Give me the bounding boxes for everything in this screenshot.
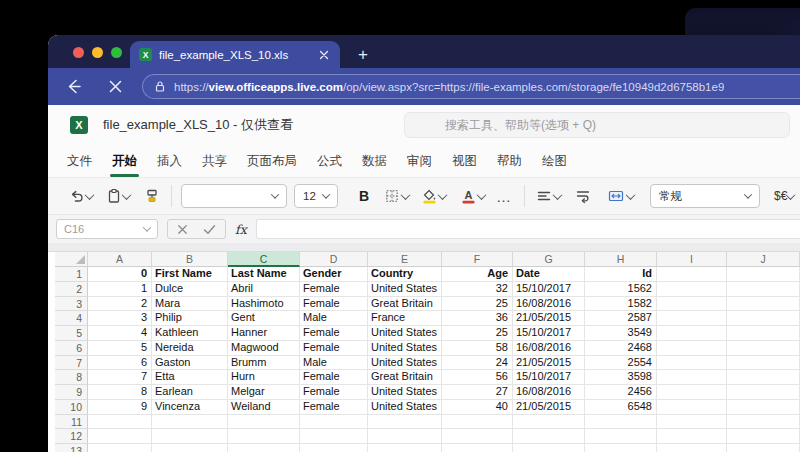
select-all-button[interactable] xyxy=(55,252,88,267)
lock-icon[interactable] xyxy=(154,80,166,93)
cell-I7[interactable] xyxy=(657,356,727,371)
cell-B13[interactable] xyxy=(152,444,228,452)
row-header-4[interactable]: 4 xyxy=(55,311,88,326)
row-header-9[interactable]: 9 xyxy=(55,385,88,400)
cell-I3[interactable] xyxy=(657,297,727,312)
cell-J3[interactable] xyxy=(727,297,800,312)
cell-B3[interactable]: Mara xyxy=(152,297,228,312)
zoom-window-button[interactable] xyxy=(111,47,122,58)
currency-format-button[interactable]: $€ xyxy=(774,184,787,208)
cell-B2[interactable]: Dulce xyxy=(152,282,228,297)
cell-A9[interactable]: 8 xyxy=(88,385,152,400)
cell-F2[interactable]: 32 xyxy=(442,282,513,297)
name-box[interactable]: C16 xyxy=(56,219,158,239)
cell-A4[interactable]: 3 xyxy=(88,311,152,326)
cell-E11[interactable] xyxy=(368,415,442,430)
cell-G9[interactable]: 16/08/2016 xyxy=(513,385,585,400)
column-header-G[interactable]: G xyxy=(513,252,585,267)
cell-F8[interactable]: 56 xyxy=(442,370,513,385)
cell-J12[interactable] xyxy=(727,429,800,444)
cell-J7[interactable] xyxy=(727,356,800,371)
cell-B12[interactable] xyxy=(152,429,228,444)
cell-E10[interactable]: United States xyxy=(368,400,442,415)
cell-C4[interactable]: Gent xyxy=(228,311,300,326)
row-header-1[interactable]: 1 xyxy=(55,267,88,282)
cell-A5[interactable]: 4 xyxy=(88,326,152,341)
ribbon-tab-page-layout[interactable]: 页面布局 xyxy=(247,145,297,177)
cell-J4[interactable] xyxy=(727,311,800,326)
cell-B1[interactable]: First Name xyxy=(152,267,228,282)
cell-F12[interactable] xyxy=(442,429,513,444)
cell-B5[interactable]: Kathleen xyxy=(152,326,228,341)
row-header-11[interactable]: 11 xyxy=(55,415,88,430)
wrap-text-icon[interactable] xyxy=(573,184,593,208)
cell-A1[interactable]: 0 xyxy=(88,267,152,282)
cell-J6[interactable] xyxy=(727,341,800,356)
row-header-8[interactable]: 8 xyxy=(55,370,88,385)
cell-J8[interactable] xyxy=(727,370,800,385)
cell-D11[interactable] xyxy=(300,415,368,430)
cell-H11[interactable] xyxy=(585,415,657,430)
paste-dropdown-icon[interactable] xyxy=(122,190,132,200)
number-format-select[interactable]: 常规 xyxy=(650,184,760,208)
cell-F9[interactable]: 27 xyxy=(442,385,513,400)
cell-H10[interactable]: 6548 xyxy=(585,400,657,415)
cell-D7[interactable]: Male xyxy=(300,356,368,371)
cell-B11[interactable] xyxy=(152,415,228,430)
cell-C12[interactable] xyxy=(228,429,300,444)
cell-E4[interactable]: France xyxy=(368,311,442,326)
cell-J10[interactable] xyxy=(727,400,800,415)
cell-H3[interactable]: 1582 xyxy=(585,297,657,312)
cell-H8[interactable]: 3598 xyxy=(585,370,657,385)
cell-H5[interactable]: 3549 xyxy=(585,326,657,341)
cell-D6[interactable]: Female xyxy=(300,341,368,356)
cell-A8[interactable]: 7 xyxy=(88,370,152,385)
cell-F1[interactable]: Age xyxy=(442,267,513,282)
column-header-D[interactable]: D xyxy=(300,252,368,267)
cell-F5[interactable]: 25 xyxy=(442,326,513,341)
column-header-C[interactable]: C xyxy=(228,252,300,267)
cell-B8[interactable]: Etta xyxy=(152,370,228,385)
cell-J11[interactable] xyxy=(727,415,800,430)
row-header-13[interactable]: 13 xyxy=(55,444,88,452)
cell-G1[interactable]: Date xyxy=(513,267,585,282)
tab-close-icon[interactable] xyxy=(317,48,331,62)
font-name-select[interactable] xyxy=(181,184,287,208)
cell-B6[interactable]: Nereida xyxy=(152,341,228,356)
font-color-icon[interactable]: A xyxy=(458,184,478,208)
ribbon-tab-formulas[interactable]: 公式 xyxy=(317,145,342,177)
align-icon[interactable] xyxy=(534,184,554,208)
cell-F7[interactable]: 24 xyxy=(442,356,513,371)
row-header-2[interactable]: 2 xyxy=(55,282,88,297)
borders-icon[interactable] xyxy=(382,184,402,208)
cell-J9[interactable] xyxy=(727,385,800,400)
font-size-select[interactable]: 12 xyxy=(294,184,338,208)
cell-C3[interactable]: Hashimoto xyxy=(228,297,300,312)
cell-G8[interactable]: 15/10/2017 xyxy=(513,370,585,385)
cell-E6[interactable]: United States xyxy=(368,341,442,356)
column-header-B[interactable]: B xyxy=(152,252,228,267)
cell-B4[interactable]: Philip xyxy=(152,311,228,326)
cell-E1[interactable]: Country xyxy=(368,267,442,282)
cell-C13[interactable] xyxy=(228,444,300,452)
cell-J2[interactable] xyxy=(727,282,800,297)
cell-D10[interactable]: Female xyxy=(300,400,368,415)
cell-B7[interactable]: Gaston xyxy=(152,356,228,371)
cell-D3[interactable]: Female xyxy=(300,297,368,312)
cell-E2[interactable]: United States xyxy=(368,282,442,297)
merge-dropdown-icon[interactable] xyxy=(626,190,636,200)
search-box[interactable] xyxy=(404,112,790,138)
cell-G10[interactable]: 21/05/2015 xyxy=(513,400,585,415)
cell-H12[interactable] xyxy=(585,429,657,444)
cell-A11[interactable] xyxy=(88,415,152,430)
more-options-button[interactable]: … xyxy=(493,184,515,208)
cell-B9[interactable]: Earlean xyxy=(152,385,228,400)
cell-C8[interactable]: Hurn xyxy=(228,370,300,385)
insert-function-button[interactable]: fx xyxy=(235,222,247,237)
cell-F3[interactable]: 25 xyxy=(442,297,513,312)
cell-C7[interactable]: Brumm xyxy=(228,356,300,371)
column-header-A[interactable]: A xyxy=(88,252,152,267)
cell-G13[interactable] xyxy=(513,444,585,452)
cell-E13[interactable] xyxy=(368,444,442,452)
cell-A2[interactable]: 1 xyxy=(88,282,152,297)
